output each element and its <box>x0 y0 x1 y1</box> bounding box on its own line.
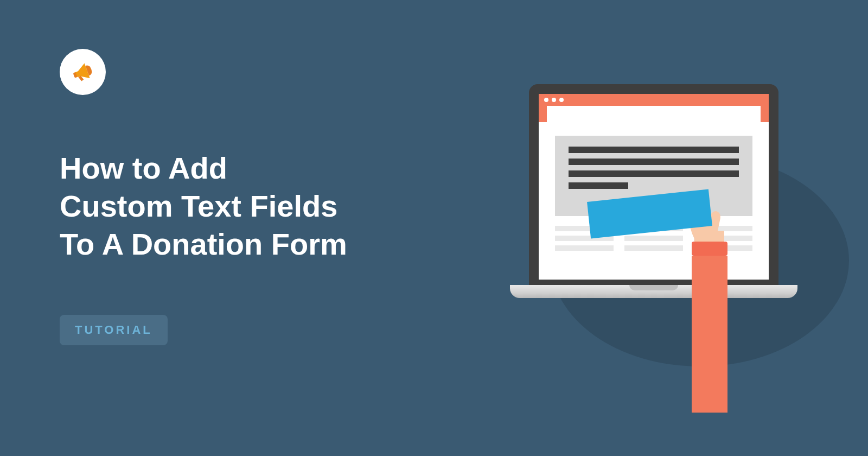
svg-rect-2 <box>692 256 727 413</box>
laptop-notch <box>629 285 678 290</box>
window-dot <box>552 98 556 102</box>
col-line <box>624 245 683 251</box>
megaphone-icon <box>69 58 97 86</box>
logo-badge <box>60 49 106 95</box>
url-bar <box>547 106 761 122</box>
text-line <box>569 170 739 177</box>
title-line-1: How to Add <box>60 151 227 185</box>
window-dot <box>544 98 548 102</box>
category-badge: TUTORIAL <box>60 315 168 345</box>
col-line <box>624 236 683 241</box>
hero-banner: How to Add Custom Text Fields To A Donat… <box>0 0 868 456</box>
svg-rect-1 <box>692 242 727 256</box>
text-line <box>569 147 739 153</box>
window-dot <box>559 98 564 102</box>
title-line-2: Custom Text Fields <box>60 189 337 223</box>
col-line <box>555 245 614 251</box>
browser-chrome <box>539 94 769 106</box>
title-line-3: To A Donation Form <box>60 227 347 261</box>
text-line <box>569 159 739 165</box>
text-line <box>569 182 628 189</box>
laptop-illustration <box>507 84 816 399</box>
